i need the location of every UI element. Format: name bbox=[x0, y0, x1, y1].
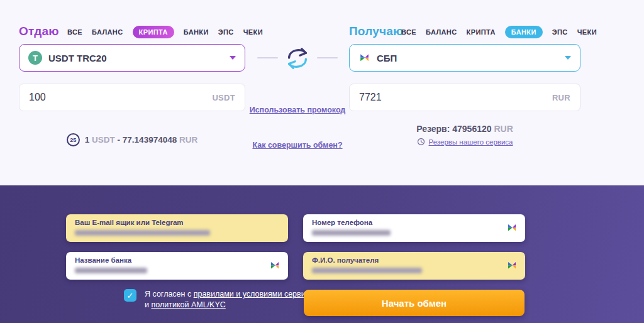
give-tab-crypto[interactable]: КРИПТА bbox=[133, 26, 174, 38]
give-title: Отдаю bbox=[19, 25, 59, 38]
rate-text: 1 USDT - 77.143974048 RUR bbox=[85, 135, 197, 145]
give-tab-all[interactable]: ВСЕ bbox=[67, 28, 82, 36]
service-reserves-link[interactable]: Резервы нашего сервиса bbox=[429, 138, 513, 146]
agreement-checkbox[interactable]: ✓ bbox=[124, 289, 136, 302]
promo-link-wrap: Использовать промокод bbox=[231, 106, 364, 114]
swap-row bbox=[245, 44, 349, 72]
give-currency-label: USDT TRC20 bbox=[48, 53, 107, 63]
connector-line bbox=[317, 57, 338, 58]
email-field-label: Ваш E-mail ящик или Telegram bbox=[75, 219, 279, 226]
give-tab-checks[interactable]: ЧЕКИ bbox=[243, 28, 263, 36]
recipient-name-field[interactable]: Ф.И.О. получателя bbox=[303, 252, 525, 280]
chevron-down-icon bbox=[565, 56, 571, 60]
give-tab-balance[interactable]: БАЛАНС bbox=[92, 28, 123, 36]
aml-kyc-link[interactable]: политикой AML/KYC bbox=[151, 300, 225, 309]
receive-tab-balance[interactable]: БАЛАНС bbox=[426, 28, 457, 36]
exchange-panel: Отдаю ВСЕ БАЛАНС КРИПТА БАНКИ ЭПС ЧЕКИ П… bbox=[0, 0, 644, 185]
sbp-icon bbox=[506, 260, 518, 271]
give-tabs: ВСЕ БАЛАНС КРИПТА БАНКИ ЭПС ЧЕКИ bbox=[67, 26, 263, 38]
receive-currency-label: СБП bbox=[377, 53, 397, 63]
phone-field-label: Номер телефона bbox=[312, 219, 516, 226]
how-link-wrap: Как совершить обмен? bbox=[231, 141, 364, 150]
how-to-exchange-link[interactable]: Как совершить обмен? bbox=[252, 141, 342, 150]
give-currency-dropdown[interactable]: T USDT TRC20 bbox=[19, 44, 245, 72]
receive-tab-all[interactable]: ВСЕ bbox=[401, 28, 416, 36]
receive-currency-dropdown[interactable]: СБП bbox=[349, 44, 580, 72]
clock-icon bbox=[417, 138, 425, 146]
redacted-value bbox=[75, 230, 210, 236]
recipient-name-field-label: Ф.И.О. получателя bbox=[312, 256, 516, 264]
start-exchange-button[interactable]: Начать обмен bbox=[304, 290, 525, 316]
receive-amount-currency: RUR bbox=[552, 93, 570, 102]
receive-tabs: ВСЕ БАЛАНС КРИПТА БАНКИ ЭПС ЧЕКИ bbox=[401, 26, 597, 38]
use-promocode-link[interactable]: Использовать промокод bbox=[250, 106, 346, 114]
order-form-panel: Ваш E-mail ящик или Telegram Номер телеф… bbox=[0, 185, 644, 323]
phone-field[interactable]: Номер телефона bbox=[303, 214, 525, 242]
receive-tab-banks[interactable]: БАНКИ bbox=[505, 26, 543, 38]
reserve-row: Резерв: 47956120 RUR bbox=[349, 124, 580, 134]
receive-tab-crypto[interactable]: КРИПТА bbox=[467, 28, 496, 36]
receive-amount-input[interactable] bbox=[359, 92, 552, 103]
give-amount-input[interactable] bbox=[29, 92, 212, 103]
give-tab-banks[interactable]: БАНКИ bbox=[184, 28, 209, 36]
give-amount-currency: USDT bbox=[212, 93, 235, 102]
redacted-value bbox=[312, 268, 422, 273]
sbp-icon bbox=[269, 260, 280, 271]
swap-directions-icon[interactable] bbox=[283, 45, 312, 70]
bank-name-field-label: Название банка bbox=[75, 256, 279, 264]
sbp-icon bbox=[506, 222, 518, 234]
tether-icon: T bbox=[28, 51, 42, 65]
sbp-icon bbox=[358, 52, 370, 64]
give-amount-field: USDT bbox=[19, 84, 245, 111]
redacted-value bbox=[312, 230, 391, 236]
reserve-link-row: Резервы нашего сервиса bbox=[349, 138, 580, 146]
chevron-down-icon bbox=[230, 56, 236, 60]
connector-line bbox=[257, 57, 278, 58]
exchange-page: Отдаю ВСЕ БАЛАНС КРИПТА БАНКИ ЭПС ЧЕКИ П… bbox=[0, 0, 644, 323]
agreement-text: Я согласен с правилами и условиями серви… bbox=[145, 289, 314, 310]
bank-name-field[interactable]: Название банка bbox=[66, 252, 288, 280]
receive-tab-eps[interactable]: ЭПС bbox=[552, 28, 568, 36]
receive-tab-checks[interactable]: ЧЕКИ bbox=[577, 28, 597, 36]
receive-amount-field: RUR bbox=[349, 84, 580, 111]
agreement-row: ✓ Я согласен с правилами и условиями сер… bbox=[124, 289, 314, 310]
rate-timer-icon: 25 bbox=[67, 133, 80, 146]
redacted-value bbox=[75, 268, 147, 273]
terms-link[interactable]: правилами и условиями сервиса bbox=[194, 290, 314, 298]
exchange-rate-row: 25 1 USDT - 77.143974048 RUR bbox=[19, 133, 245, 146]
email-field[interactable]: Ваш E-mail ящик или Telegram bbox=[66, 214, 288, 242]
give-tab-eps[interactable]: ЭПС bbox=[218, 28, 234, 36]
receive-title: Получаю bbox=[349, 25, 403, 38]
